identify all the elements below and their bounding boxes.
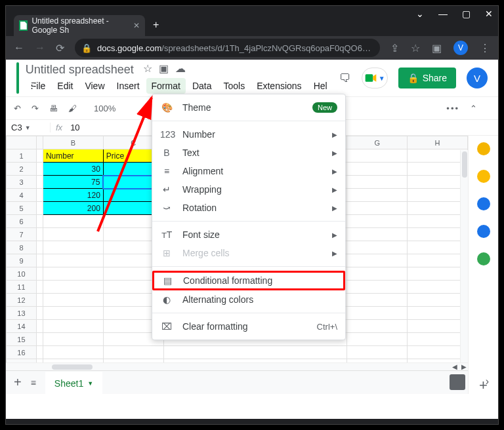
- cell[interactable]: [347, 228, 408, 241]
- row-header[interactable]: 6: [7, 215, 37, 228]
- format-menu-conditional-formatting[interactable]: ▤Conditional formatting: [152, 271, 345, 290]
- row-header[interactable]: 16: [7, 346, 37, 359]
- cell[interactable]: [408, 267, 468, 281]
- cell[interactable]: [347, 333, 408, 346]
- contacts-icon[interactable]: [477, 225, 490, 238]
- row-header[interactable]: 3: [7, 176, 37, 189]
- row-header[interactable]: 2: [7, 163, 37, 176]
- cell[interactable]: [347, 176, 408, 189]
- cell[interactable]: [408, 189, 468, 202]
- cell[interactable]: [43, 307, 103, 320]
- cell[interactable]: [408, 333, 468, 346]
- cell[interactable]: [408, 176, 468, 189]
- row-header[interactable]: 4: [7, 189, 37, 202]
- format-menu-alternating-colors[interactable]: ◐Alternating colors: [152, 290, 345, 309]
- name-box[interactable]: C3 ▼: [6, 123, 51, 132]
- formula-bar[interactable]: 10: [68, 123, 79, 132]
- add-sheet-button[interactable]: +: [14, 375, 22, 390]
- cell[interactable]: [408, 281, 468, 294]
- row-header[interactable]: 14: [7, 320, 37, 333]
- all-sheets-icon[interactable]: ≡: [31, 378, 36, 388]
- browser-menu-icon[interactable]: ⋮: [480, 42, 490, 54]
- cell[interactable]: [43, 346, 103, 359]
- row-header[interactable]: 9: [7, 254, 37, 267]
- cell[interactable]: [408, 228, 468, 241]
- sheets-logo-icon[interactable]: [16, 62, 19, 94]
- keep-icon[interactable]: [477, 170, 490, 183]
- cell[interactable]: [43, 333, 103, 346]
- nav-forward-icon[interactable]: →: [35, 42, 45, 54]
- row-header[interactable]: 12: [7, 294, 37, 307]
- cell[interactable]: 30: [43, 163, 103, 176]
- cell[interactable]: [408, 320, 468, 333]
- cell[interactable]: [347, 215, 408, 228]
- cell[interactable]: [347, 267, 408, 281]
- cell[interactable]: [347, 307, 408, 320]
- url-input[interactable]: 🔒 docs.google.com/spreadsheets/d/1Th_4ja…: [75, 39, 380, 57]
- share-url-icon[interactable]: ⇪: [390, 42, 399, 54]
- cell[interactable]: [347, 294, 408, 307]
- cell[interactable]: [43, 281, 103, 294]
- cell[interactable]: [408, 294, 468, 307]
- zoom-select[interactable]: 100%: [94, 104, 116, 113]
- menu-view[interactable]: View: [79, 78, 110, 94]
- nav-reload-icon[interactable]: ⟳: [56, 42, 64, 54]
- cell[interactable]: [103, 346, 163, 359]
- paint-format-icon[interactable]: 🖌: [68, 104, 77, 113]
- cell[interactable]: [347, 254, 408, 267]
- cell[interactable]: [408, 149, 468, 163]
- cell[interactable]: [43, 241, 103, 254]
- row-header[interactable]: 13: [7, 307, 37, 320]
- redo-icon[interactable]: ↷: [32, 104, 39, 113]
- menu-data[interactable]: Data: [187, 78, 217, 94]
- comments-icon[interactable]: 🗨: [339, 71, 351, 85]
- cell[interactable]: [408, 254, 468, 267]
- meet-button[interactable]: ▼: [362, 68, 388, 88]
- menu-tools[interactable]: Tools: [218, 78, 250, 94]
- window-maximize-icon[interactable]: ▢: [462, 9, 471, 19]
- cell[interactable]: [408, 163, 468, 176]
- explore-button[interactable]: [450, 374, 465, 390]
- cell[interactable]: [347, 320, 408, 333]
- cell[interactable]: [43, 254, 103, 267]
- cell[interactable]: 200: [43, 202, 103, 215]
- cell[interactable]: [43, 215, 103, 228]
- cell[interactable]: [43, 267, 103, 281]
- window-minimize-icon[interactable]: —: [438, 9, 448, 19]
- column-header[interactable]: G: [347, 136, 408, 149]
- row-header[interactable]: 15: [7, 333, 37, 346]
- undo-icon[interactable]: ↶: [14, 104, 21, 113]
- menu-edit[interactable]: Edit: [52, 78, 78, 94]
- row-header[interactable]: 11: [7, 281, 37, 294]
- browser-profile-avatar[interactable]: V: [453, 41, 468, 55]
- bookmark-icon[interactable]: ☆: [411, 42, 420, 54]
- cloud-status-icon[interactable]: ☁: [175, 62, 186, 75]
- cell[interactable]: 120: [43, 189, 103, 202]
- cell[interactable]: [408, 307, 468, 320]
- format-menu-clear-formatting[interactable]: ⌧Clear formattingCtrl+\: [152, 317, 345, 336]
- tab-close-icon[interactable]: ✕: [133, 21, 140, 30]
- format-menu-wrapping[interactable]: ↵Wrapping▶: [152, 180, 345, 199]
- calendar-icon[interactable]: [477, 142, 490, 155]
- cell[interactable]: [43, 320, 103, 333]
- collapse-toolbar-icon[interactable]: ⌃: [470, 104, 477, 113]
- cell[interactable]: [408, 215, 468, 228]
- row-header[interactable]: 8: [7, 241, 37, 254]
- cell[interactable]: [347, 281, 408, 294]
- account-avatar[interactable]: V: [467, 68, 488, 88]
- side-panel-expand-icon[interactable]: ›: [486, 376, 489, 387]
- cell[interactable]: [347, 189, 408, 202]
- star-icon[interactable]: ☆: [143, 62, 152, 75]
- menu-extensions[interactable]: Extensions: [251, 78, 306, 94]
- row-header[interactable]: 10: [7, 267, 37, 281]
- format-menu-alignment[interactable]: ≡Alignment▶: [152, 162, 345, 180]
- column-header[interactable]: B: [43, 136, 103, 149]
- menu-format[interactable]: Format: [146, 78, 186, 94]
- sheet-tab[interactable]: Sheet1 ▼: [45, 372, 102, 394]
- menu-file[interactable]: File: [26, 78, 51, 94]
- cell[interactable]: [347, 241, 408, 254]
- cell[interactable]: [43, 294, 103, 307]
- toolbar-more-icon[interactable]: •••: [446, 104, 459, 113]
- menu-insert[interactable]: Insert: [112, 78, 145, 94]
- browser-tab[interactable]: Untitled spreadsheet - Google Sh ✕: [14, 15, 145, 36]
